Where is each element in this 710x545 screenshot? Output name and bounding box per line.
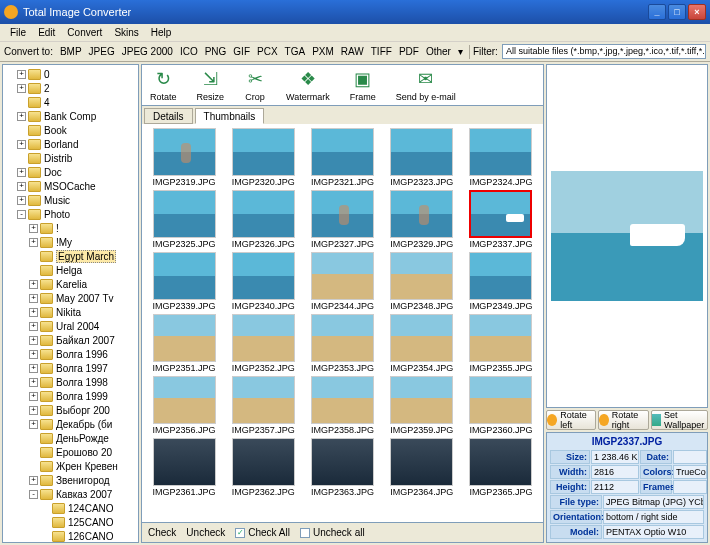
tree-item[interactable]: +Звенигород [3, 473, 138, 487]
expand-icon[interactable]: + [29, 378, 38, 387]
format-pcx[interactable]: PCX [254, 44, 281, 59]
tree-item[interactable]: +Bank Comp [3, 109, 138, 123]
thumbnail[interactable]: IMGP2353.JPG [304, 314, 380, 373]
thumbnail[interactable]: IMGP2329.JPG [384, 190, 460, 249]
expand-icon[interactable]: + [17, 196, 26, 205]
expand-icon[interactable]: + [29, 280, 38, 289]
tree-item[interactable]: +Волга 1998 [3, 375, 138, 389]
thumbnail[interactable]: IMGP2355.JPG [463, 314, 539, 373]
expand-icon[interactable]: - [29, 490, 38, 499]
tree-item[interactable]: 125CANO [3, 515, 138, 529]
tree-item[interactable]: 4 [3, 95, 138, 109]
expand-icon[interactable]: + [29, 322, 38, 331]
expand-icon[interactable]: + [29, 392, 38, 401]
tree-item[interactable]: +MSOCache [3, 179, 138, 193]
checkall-button[interactable]: ✓Check All [235, 527, 290, 538]
thumbnail[interactable]: IMGP2363.JPG [304, 438, 380, 497]
thumbnail[interactable]: IMGP2325.JPG [146, 190, 222, 249]
format-raw[interactable]: RAW [338, 44, 367, 59]
expand-icon[interactable]: + [29, 420, 38, 429]
thumbnail[interactable]: IMGP2359.JPG [384, 376, 460, 435]
format-ico[interactable]: ICO [177, 44, 201, 59]
close-button[interactable]: × [688, 4, 706, 20]
format-jpeg[interactable]: JPEG [86, 44, 118, 59]
thumbnail[interactable]: IMGP2327.JPG [304, 190, 380, 249]
minimize-button[interactable]: _ [648, 4, 666, 20]
expand-icon[interactable]: + [29, 336, 38, 345]
format-more[interactable]: ▾ [455, 44, 466, 59]
thumbnail[interactable]: IMGP2356.JPG [146, 376, 222, 435]
tab-thumbnails[interactable]: Thumbnails [195, 108, 265, 124]
resize-tool[interactable]: ⇲Resize [197, 68, 225, 102]
crop-tool[interactable]: ✂Crop [244, 68, 266, 102]
menu-edit[interactable]: Edit [32, 25, 61, 40]
expand-icon[interactable]: - [17, 210, 26, 219]
tree-item[interactable]: +0 [3, 67, 138, 81]
tree-item[interactable]: Ерошово 20 [3, 445, 138, 459]
folder-tree[interactable]: +0+24+Bank CompBook+BorlandDistrib+Doc+M… [2, 64, 139, 543]
rotate-tool[interactable]: ↻Rotate [150, 68, 177, 102]
wallpaper-button[interactable]: Set Wallpaper [651, 410, 708, 430]
tree-item[interactable]: Жрен Кревен [3, 459, 138, 473]
format-other[interactable]: Other [423, 44, 454, 59]
format-pxm[interactable]: PXM [309, 44, 337, 59]
tree-item[interactable]: -Photo [3, 207, 138, 221]
thumbnail[interactable]: IMGP2354.JPG [384, 314, 460, 373]
tree-item[interactable]: +Волга 1996 [3, 347, 138, 361]
thumbnail[interactable]: IMGP2365.JPG [463, 438, 539, 497]
format-tiff[interactable]: TIFF [368, 44, 395, 59]
tree-item[interactable]: +Ural 2004 [3, 319, 138, 333]
thumbnail[interactable]: IMGP2364.JPG [384, 438, 460, 497]
format-png[interactable]: PNG [202, 44, 230, 59]
expand-icon[interactable]: + [29, 406, 38, 415]
expand-icon[interactable]: + [29, 224, 38, 233]
tree-item[interactable]: +2 [3, 81, 138, 95]
tree-item[interactable]: +Декабрь (би [3, 417, 138, 431]
tree-item[interactable]: +May 2007 Tv [3, 291, 138, 305]
thumbnail[interactable]: IMGP2358.JPG [304, 376, 380, 435]
tree-item[interactable]: +Байкал 2007 [3, 333, 138, 347]
tree-item[interactable]: Distrib [3, 151, 138, 165]
tree-item[interactable]: -Кавказ 2007 [3, 487, 138, 501]
tree-item[interactable]: +Волга 1997 [3, 361, 138, 375]
tree-item[interactable]: +Music [3, 193, 138, 207]
tree-item[interactable]: +Выборг 200 [3, 403, 138, 417]
tree-item[interactable]: +Nikita [3, 305, 138, 319]
tree-item[interactable]: 126CANO [3, 529, 138, 543]
tree-item[interactable]: +Karelia [3, 277, 138, 291]
tree-item[interactable]: +Borland [3, 137, 138, 151]
thumbnail[interactable]: IMGP2319.JPG [146, 128, 222, 187]
thumbnail[interactable]: IMGP2357.JPG [225, 376, 301, 435]
thumbnail[interactable]: IMGP2351.JPG [146, 314, 222, 373]
tree-item[interactable]: +Волга 1999 [3, 389, 138, 403]
tree-item[interactable]: Helga [3, 263, 138, 277]
menu-help[interactable]: Help [145, 25, 178, 40]
check-button[interactable]: Check [148, 527, 176, 538]
tree-item[interactable]: Egypt March [3, 249, 138, 263]
thumbnail[interactable]: IMGP2339.JPG [146, 252, 222, 311]
tree-item[interactable]: 124CANO [3, 501, 138, 515]
uncheck-button[interactable]: Uncheck [186, 527, 225, 538]
menu-convert[interactable]: Convert [61, 25, 108, 40]
thumbnail[interactable]: IMGP2324.JPG [463, 128, 539, 187]
expand-icon[interactable]: + [17, 112, 26, 121]
expand-icon[interactable]: + [17, 140, 26, 149]
rotate-right-button[interactable]: Rotate right [598, 410, 648, 430]
thumbnail[interactable]: IMGP2321.JPG [304, 128, 380, 187]
thumbnail[interactable]: IMGP2348.JPG [384, 252, 460, 311]
thumbnail[interactable]: IMGP2361.JPG [146, 438, 222, 497]
tree-item[interactable]: +Doc [3, 165, 138, 179]
expand-icon[interactable]: + [17, 168, 26, 177]
format-gif[interactable]: GIF [230, 44, 253, 59]
maximize-button[interactable]: □ [668, 4, 686, 20]
tree-item[interactable]: ДеньРожде [3, 431, 138, 445]
expand-icon[interactable]: + [29, 294, 38, 303]
format-tga[interactable]: TGA [282, 44, 309, 59]
thumbnail[interactable]: IMGP2360.JPG [463, 376, 539, 435]
menu-skins[interactable]: Skins [108, 25, 144, 40]
thumbnail[interactable]: IMGP2323.JPG [384, 128, 460, 187]
thumbnail[interactable]: IMGP2326.JPG [225, 190, 301, 249]
thumbnail[interactable]: IMGP2340.JPG [225, 252, 301, 311]
email-tool[interactable]: ✉Send by e-mail [396, 68, 456, 102]
expand-icon[interactable]: + [29, 238, 38, 247]
